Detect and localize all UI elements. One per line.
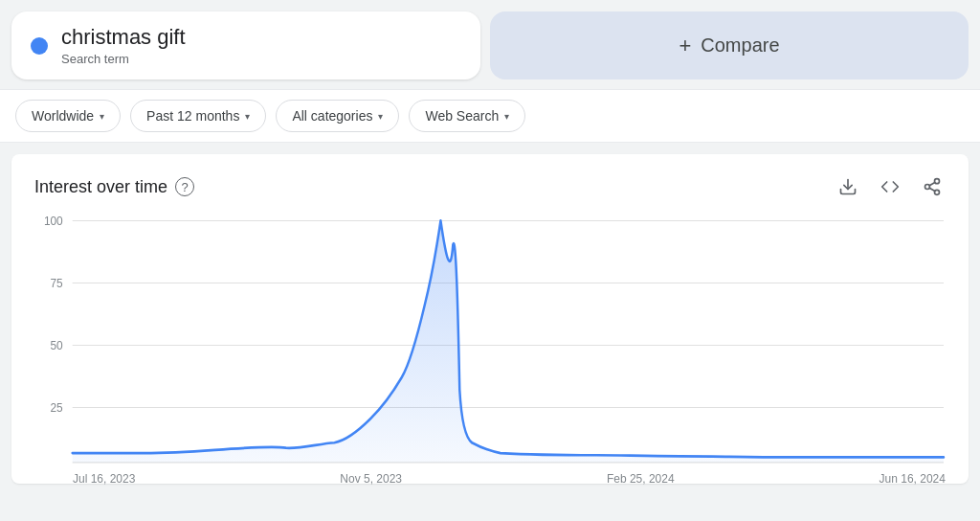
filter-category-label: All categories bbox=[292, 108, 372, 124]
svg-line-5 bbox=[929, 183, 935, 186]
filter-type[interactable]: Web Search ▾ bbox=[409, 100, 525, 132]
section-header: Interest over time ? bbox=[34, 173, 946, 200]
filter-category[interactable]: All categories ▾ bbox=[276, 100, 399, 132]
compare-card[interactable]: + Compare bbox=[490, 11, 969, 79]
chart-container: 100 75 50 25 Jul 16, 202 bbox=[34, 215, 946, 464]
svg-text:50: 50 bbox=[51, 339, 63, 353]
x-label-4: Jun 16, 2024 bbox=[880, 472, 946, 486]
x-label-2: Nov 5, 2023 bbox=[340, 472, 402, 486]
compare-label: Compare bbox=[701, 34, 779, 57]
chevron-down-icon: ▾ bbox=[100, 111, 104, 122]
main-content: Interest over time ? bbox=[11, 154, 969, 484]
filter-bar: Worldwide ▾ Past 12 months ▾ All categor… bbox=[0, 89, 980, 143]
search-term-subtitle: Search term bbox=[61, 52, 186, 66]
share-icon[interactable] bbox=[919, 173, 946, 200]
filter-region[interactable]: Worldwide ▾ bbox=[15, 100, 121, 132]
interest-chart: 100 75 50 25 bbox=[34, 215, 946, 464]
top-bar: christmas gift Search term + Compare bbox=[0, 0, 980, 89]
svg-text:100: 100 bbox=[44, 215, 63, 229]
compare-plus-icon: + bbox=[679, 34, 691, 58]
section-actions bbox=[835, 173, 946, 200]
filter-type-label: Web Search bbox=[425, 108, 499, 124]
filter-time[interactable]: Past 12 months ▾ bbox=[130, 100, 266, 132]
svg-text:75: 75 bbox=[51, 277, 63, 291]
chevron-down-icon: ▾ bbox=[245, 111, 250, 122]
chevron-down-icon: ▾ bbox=[378, 111, 383, 122]
x-axis-labels: Jul 16, 2023 Nov 5, 2023 Feb 25, 2024 Ju… bbox=[34, 468, 946, 486]
x-label-1: Jul 16, 2023 bbox=[73, 472, 135, 486]
term-text: christmas gift Search term bbox=[61, 25, 186, 66]
section-title-group: Interest over time ? bbox=[34, 177, 194, 197]
svg-line-4 bbox=[929, 189, 935, 192]
embed-icon[interactable] bbox=[877, 173, 903, 200]
x-label-3: Feb 25, 2024 bbox=[607, 472, 675, 486]
search-term-card: christmas gift Search term bbox=[11, 11, 480, 79]
search-term-title: christmas gift bbox=[61, 25, 186, 50]
download-icon[interactable] bbox=[835, 173, 861, 200]
chevron-down-icon: ▾ bbox=[504, 111, 509, 122]
section-title: Interest over time bbox=[34, 177, 167, 197]
filter-time-label: Past 12 months bbox=[146, 108, 239, 124]
svg-text:25: 25 bbox=[51, 401, 63, 416]
help-icon[interactable]: ? bbox=[175, 177, 194, 196]
term-dot bbox=[31, 37, 48, 55]
filter-region-label: Worldwide bbox=[32, 108, 94, 124]
